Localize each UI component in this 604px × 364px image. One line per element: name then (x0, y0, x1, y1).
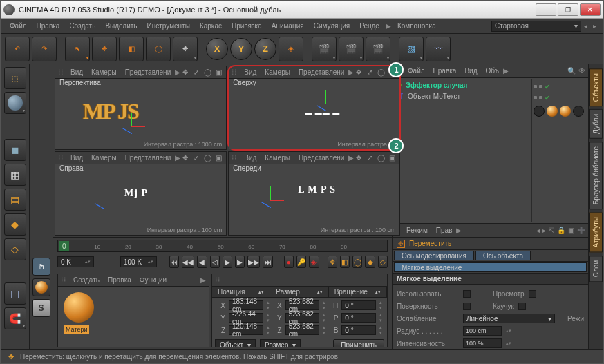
attr-nav-up-icon[interactable]: ↸ (549, 227, 554, 234)
coord-system-button[interactable]: ◈ (279, 37, 303, 61)
vp-menu-view[interactable]: Вид (240, 68, 261, 76)
timeline-param-key-button[interactable]: ◆ (365, 256, 375, 268)
timeline-record-button[interactable]: ● (284, 256, 294, 268)
layout-prev-button[interactable]: ◂ (581, 22, 590, 30)
timeline-scale-key-button[interactable]: ◧ (340, 256, 350, 268)
coord-rot-b[interactable]: 0 ° (341, 325, 376, 335)
vp-menu-display[interactable]: Представлени (294, 68, 349, 76)
object-row-effector[interactable]: ✦ Эффектор случая (394, 79, 531, 90)
viewport-perspective[interactable]: ⁞⁞ Вид Камеры Представлени ▶ ✥ ⤢ ◯ ▣ (55, 66, 227, 150)
coord-pos-z[interactable]: 120.148 cm (229, 325, 263, 335)
timeline-pla-key-button[interactable]: ◇ (378, 256, 388, 268)
coord-size-z[interactable]: 523.682 cm (285, 325, 320, 335)
axis-y-toggle[interactable]: Y (230, 38, 252, 60)
render-settings-button[interactable]: 🎬▾ (366, 37, 390, 61)
timeline-ruler[interactable]: 0 10 20 30 40 50 60 70 80 90 (57, 240, 388, 252)
attr-tab-modeling-axis[interactable]: Ось моделирования (394, 251, 474, 260)
coords-hdr-size[interactable]: Размер▴▾ (270, 287, 328, 297)
mat-menu-edit[interactable]: Правка (104, 276, 135, 284)
coord-rot-h[interactable]: 0 ° (341, 300, 376, 310)
last-tool-button[interactable]: ✥▾ (173, 37, 198, 61)
obj-search-icon[interactable]: 🔍 (567, 67, 576, 75)
viewport-top[interactable]: ⁞⁞ Вид Камеры Представлени ▶ ✥ ⤢ ◯ ▣ (228, 66, 400, 150)
vp-nav-zoom-icon[interactable]: ⤢ (365, 68, 375, 77)
maximize-button[interactable]: ❐ (558, 3, 578, 16)
vp-menu-view[interactable]: Вид (66, 154, 87, 162)
timeline-goto-start-button[interactable]: ⏮ (169, 256, 179, 268)
attr-expand-icon[interactable]: ▣ (568, 227, 574, 234)
layout-next-button[interactable]: ▸ (590, 22, 599, 30)
timeline-next-frame-button[interactable]: ▶ (235, 256, 245, 268)
panel-grip-icon[interactable]: ⁞⁞ (61, 276, 66, 285)
tag-material[interactable] (547, 106, 558, 117)
vp-menu-cameras[interactable]: Камеры (261, 68, 294, 76)
object-flags-row[interactable]: ✔ (534, 81, 585, 92)
vp-nav-move-icon[interactable]: ✥ (354, 153, 364, 163)
coord-size-dropdown[interactable]: Размер▾ (260, 339, 301, 347)
timeline-prev-frame-button[interactable]: ◀ (197, 256, 207, 268)
vp-maximize-icon[interactable]: ▣ (387, 153, 397, 163)
vp-menu-cameras[interactable]: Камеры (261, 154, 294, 162)
vp-nav-orbit-icon[interactable]: ◯ (376, 153, 386, 163)
timeline-next-key-button[interactable]: ▶▶ (247, 256, 260, 268)
coords-hdr-rotation[interactable]: Вращение▴▾ (329, 287, 387, 297)
menu-pipeline[interactable]: Компоновка (393, 21, 441, 31)
timeline-start-field[interactable]: 0 K▴▾ (57, 256, 94, 267)
coord-apply-button[interactable]: Применить (333, 339, 384, 347)
vp-menu-cameras[interactable]: Камеры (87, 68, 121, 76)
vp-nav-zoom-icon[interactable]: ⤢ (365, 153, 375, 163)
vp-menu-display[interactable]: Представлени (121, 68, 176, 76)
coord-size-x[interactable]: 523.682 cm (285, 300, 320, 310)
timeline-rot-key-button[interactable]: ◯ (352, 256, 362, 268)
workplane-button[interactable]: ▤ (4, 189, 26, 211)
snap-enable-button[interactable]: 🧲▾ (4, 307, 26, 329)
axis-button[interactable]: ◫ (4, 282, 26, 305)
view-globe-button[interactable]: ▾ (4, 92, 26, 114)
minimize-button[interactable]: — (536, 3, 556, 16)
viewport-grip-icon[interactable]: ⁞⁞ (58, 68, 64, 77)
attr-intensity-field[interactable]: 100 % (463, 338, 502, 348)
menu-snap[interactable]: Привязка (227, 21, 267, 31)
render-pv-button[interactable]: 🎬▾ (339, 37, 364, 61)
axis-x-toggle[interactable]: X (206, 38, 228, 60)
timeline-play-button[interactable]: ▶ (223, 256, 232, 268)
menu-file[interactable]: Файл (5, 21, 32, 31)
vp-menu-cameras[interactable]: Камеры (87, 154, 121, 162)
viewport-front[interactable]: ⁞⁞ Вид Камеры Представлени ▶ ✥ ⤢ ◯ ▣ (228, 151, 400, 236)
obj-menu-obj[interactable]: Объ (481, 67, 502, 75)
attr-rubber-checkbox[interactable] (518, 303, 526, 310)
vp-nav-orbit-icon[interactable]: ◯ (202, 68, 212, 77)
attr-menu-edit[interactable]: Прав (432, 227, 457, 234)
viewport-right[interactable]: ⁞⁞ Вид Камеры Представлени ▶ ✥ ⤢ ◯ ▣ (55, 151, 227, 236)
render-view-button[interactable]: 🎬▾ (312, 37, 337, 61)
model-mode-button[interactable]: ◼ (4, 139, 26, 161)
attr-radius-field[interactable]: 100 cm (463, 326, 502, 336)
vp-menu-view[interactable]: Вид (240, 154, 261, 162)
coord-rot-p[interactable]: 0 ° (341, 313, 376, 323)
panel-grip-icon[interactable]: ⁞⁞ (215, 276, 220, 285)
tag-slot-empty[interactable] (534, 106, 545, 117)
point-mode-button[interactable]: ◆ (4, 213, 26, 236)
vp-nav-move-icon[interactable]: ✥ (180, 153, 190, 163)
viewport-grip-icon[interactable]: ⁞⁞ (58, 153, 64, 162)
vp-menu-display[interactable]: Представлени (294, 154, 349, 162)
sidetab-takes[interactable]: Дубли (589, 109, 603, 139)
obj-menu-file[interactable]: Файл (404, 67, 429, 75)
menu-select[interactable]: Выделить (100, 21, 142, 31)
timeline-prev-key-button[interactable]: ◀◀ (182, 256, 194, 268)
layout-dropdown[interactable]: Стартовая▾ (491, 21, 581, 32)
vp-maximize-icon[interactable]: ▣ (214, 153, 223, 163)
vp-nav-orbit-icon[interactable]: ◯ (376, 68, 386, 77)
coord-object-dropdown[interactable]: Объект▾ (215, 339, 256, 347)
timeline-autokey-button[interactable]: 🔑 (296, 256, 306, 268)
attr-use-checkbox[interactable] (463, 290, 471, 298)
vp-nav-move-icon[interactable]: ✥ (354, 68, 364, 77)
sidetab-objects[interactable]: Объекты (589, 68, 603, 106)
attr-nav-back-icon[interactable]: ◂ (536, 227, 540, 234)
obj-menu-view[interactable]: Вид (460, 67, 481, 75)
attr-falloff-dropdown[interactable]: Линейное▾ (463, 314, 555, 323)
coord-size-y[interactable]: 523.682 cm (285, 313, 320, 323)
attr-surface-checkbox[interactable] (463, 303, 471, 310)
object-flags-row[interactable]: ✔ (534, 92, 585, 103)
vp-menu-view[interactable]: Вид (66, 68, 87, 76)
